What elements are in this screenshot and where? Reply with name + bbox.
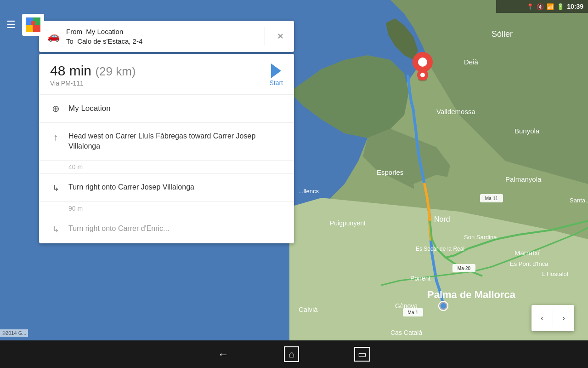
svg-text:Deià: Deià: [464, 58, 479, 66]
svg-text:Palmanyola: Palmanyola: [505, 175, 542, 183]
svg-point-43: [31, 21, 35, 25]
duration-distance: 48 min (29 km): [50, 63, 136, 79]
step-3-icon: ↳: [50, 224, 61, 235]
route-text: From My Location To Calo de s'Estaca, 2-…: [66, 28, 254, 45]
route-details-card: 48 min (29 km) Via PM-111 Start ⊕ My Loc…: [39, 54, 294, 243]
svg-text:Calvià: Calvià: [299, 305, 318, 313]
step-3: ↳ Turn right onto Carrer d'Enric...: [39, 215, 294, 243]
duration: 48 min: [50, 63, 91, 78]
start-label: Start: [269, 79, 283, 86]
route-header-card: 🚗 From My Location To Calo de s'Estaca, …: [39, 21, 294, 52]
step-1-icon: ↑: [50, 132, 61, 143]
svg-point-19: [420, 73, 425, 77]
header-divider: [265, 27, 265, 46]
top-left-controls: ☰: [4, 14, 44, 36]
time-row: 48 min (29 km) Via PM-111 Start: [39, 54, 294, 95]
svg-text:Ma-20: Ma-20: [458, 266, 471, 271]
my-location-icon: ⊕: [50, 103, 61, 114]
distance: (29 km): [95, 64, 136, 78]
svg-text:Marratxí: Marratxí: [514, 249, 540, 257]
svg-text:Es Secar de la Real: Es Secar de la Real: [416, 246, 464, 252]
from-value: My Location: [86, 28, 123, 35]
time-info: 48 min (29 km) Via PM-111: [50, 63, 136, 87]
to-label: To: [66, 37, 74, 45]
svg-point-41: [441, 303, 446, 309]
step-2: ↳ Turn right onto Carrer Josep Villalong…: [39, 174, 294, 202]
map-next-button[interactable]: ›: [553, 305, 574, 331]
via-text: Via PM-111: [50, 80, 136, 87]
my-location-row: ⊕ My Location: [39, 95, 294, 123]
svg-text:Nord: Nord: [434, 215, 450, 223]
volume-status-icon: 🔇: [537, 3, 544, 10]
svg-text:Esporles: Esporles: [377, 168, 403, 176]
svg-point-16: [418, 58, 427, 67]
step-2-text: Turn right onto Carrer Josep Villalonga: [68, 182, 194, 192]
map-nav-arrows: ‹ ›: [531, 305, 574, 331]
route-to: To Calo de s'Estaca, 2-4: [66, 37, 254, 45]
battery-status-icon: 🔋: [557, 3, 564, 10]
svg-text:Sóller: Sóller: [492, 29, 513, 39]
car-icon: 🚗: [47, 30, 60, 42]
recents-nav-icon[interactable]: ▭: [354, 347, 370, 362]
home-nav-icon[interactable]: ⌂: [284, 346, 299, 362]
hamburger-button[interactable]: ☰: [4, 16, 18, 34]
location-status-icon: 📍: [526, 3, 534, 10]
svg-text:Puigpunyent: Puigpunyent: [330, 219, 366, 227]
bottom-nav: ← ⌂ ▭: [0, 340, 588, 368]
step-1-distance: 40 m: [39, 161, 294, 174]
svg-text:Valldemossa: Valldemossa: [436, 108, 475, 115]
route-from: From My Location: [66, 28, 254, 35]
step-2-distance: 90 m: [39, 202, 294, 215]
to-value: Calo de s'Estaca, 2-4: [77, 37, 142, 45]
svg-text:Ponent: Ponent: [410, 275, 430, 282]
svg-text:Palma de Mallorca: Palma de Mallorca: [427, 289, 516, 300]
step-1: ↑ Head west on Carrer Lluís Fàbregas tow…: [39, 123, 294, 161]
svg-text:Santa...: Santa...: [570, 197, 588, 204]
back-nav-icon[interactable]: ←: [218, 348, 229, 361]
svg-text:Cas Català: Cas Català: [390, 329, 422, 336]
start-triangle-icon: [271, 63, 281, 78]
svg-text:Son Sardina: Son Sardina: [464, 234, 497, 241]
status-bar: 📍 🔇 📶 🔋 10:39: [496, 0, 588, 13]
step-1-text: Head west on Carrer Lluís Fàbregas towar…: [68, 131, 283, 152]
svg-text:L'Hostalot: L'Hostalot: [542, 270, 569, 277]
from-label: From: [66, 28, 82, 35]
start-button[interactable]: Start: [269, 63, 283, 86]
copyright-text: ©2014 G...: [0, 329, 28, 337]
wifi-status-icon: 📶: [547, 3, 554, 10]
step-2-icon: ↳: [50, 183, 61, 193]
svg-text:Gènova: Gènova: [395, 302, 418, 310]
svg-text:Es Pont d'Inca: Es Pont d'Inca: [510, 260, 548, 267]
step-3-text: Turn right onto Carrer d'Enric...: [68, 224, 169, 234]
map-prev-button[interactable]: ‹: [531, 305, 553, 331]
svg-text:Ma-1: Ma-1: [408, 310, 418, 315]
my-location-text: My Location: [68, 104, 111, 113]
left-panel: 🚗 From My Location To Calo de s'Estaca, …: [39, 21, 294, 243]
svg-text:...llencs: ...llencs: [299, 188, 319, 195]
svg-text:Ma-11: Ma-11: [485, 196, 498, 201]
status-time: 10:39: [567, 3, 583, 10]
svg-text:Bunyola: Bunyola: [514, 127, 540, 135]
close-button[interactable]: ✕: [275, 29, 286, 43]
maps-logo: [22, 14, 44, 36]
